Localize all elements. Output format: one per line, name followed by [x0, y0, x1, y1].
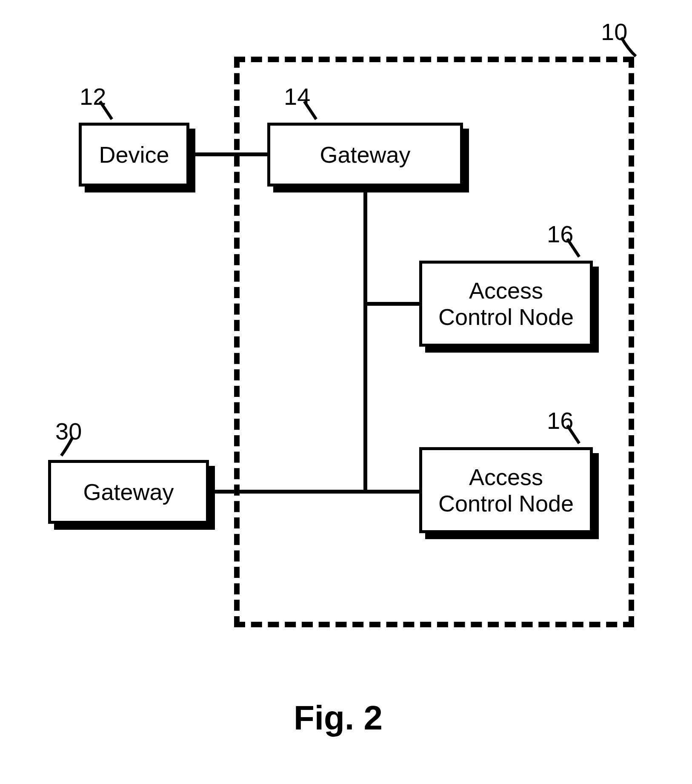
ref-label-acn-1: 16	[547, 220, 573, 248]
node-gateway-14: Gateway	[267, 123, 463, 187]
connector	[363, 490, 419, 494]
ref-label-device: 12	[80, 83, 106, 110]
caption-text: Fig. 2	[294, 699, 383, 737]
connector	[215, 490, 367, 494]
node-device: Device	[79, 123, 189, 187]
figure-caption: Fig. 2	[294, 698, 383, 738]
connector	[195, 152, 267, 156]
ref-label-gateway-14: 14	[284, 83, 310, 110]
ref-label-gateway-30: 30	[55, 417, 82, 445]
ref-label-boundary: 10	[601, 18, 627, 46]
node-acn-1: Access Control Node	[419, 261, 593, 347]
diagram-canvas: 10 Device 12 Gateway 14 Access Control N…	[0, 0, 692, 784]
node-label: Access Control Node	[438, 277, 574, 330]
node-label: Gateway	[83, 479, 174, 505]
node-gateway-30: Gateway	[48, 460, 209, 524]
node-label: Gateway	[320, 141, 410, 168]
node-acn-2: Access Control Node	[419, 447, 593, 533]
node-label: Device	[99, 141, 169, 168]
connector	[363, 192, 367, 494]
ref-label-acn-2: 16	[547, 407, 573, 434]
connector	[363, 302, 419, 306]
node-label: Access Control Node	[438, 464, 574, 517]
